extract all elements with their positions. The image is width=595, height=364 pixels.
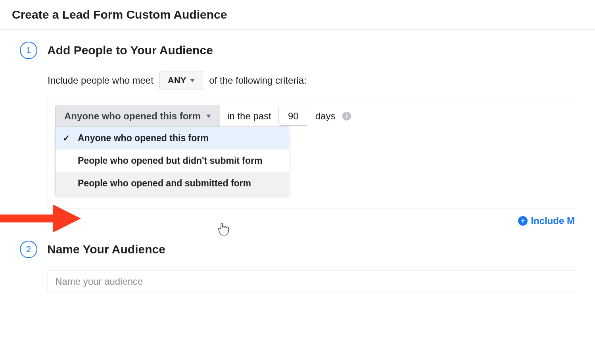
- svg-rect-0: [0, 215, 57, 222]
- caret-down-icon: [206, 115, 211, 118]
- step-1-header: 1 Add People to Your Audience: [20, 42, 575, 59]
- page-title: Create a Lead Form Custom Audience: [12, 8, 583, 21]
- audience-name-input[interactable]: [48, 270, 575, 293]
- dropdown-option-anyone-opened[interactable]: ✓ Anyone who opened this form: [56, 127, 289, 149]
- page-header: Create a Lead Form Custom Audience: [0, 0, 595, 30]
- dropdown-option-label: Anyone who opened this form: [78, 133, 209, 144]
- step-2-section: 2 Name Your Audience: [0, 217, 595, 301]
- match-mode-dropdown[interactable]: ANY: [159, 71, 203, 90]
- step-2-header: 2 Name Your Audience: [20, 241, 575, 258]
- svg-marker-1: [53, 205, 81, 232]
- include-more-button[interactable]: + Include M: [518, 215, 575, 226]
- dropdown-option-label: People who opened but didn't submit form: [78, 155, 262, 166]
- step-2-title: Name Your Audience: [47, 243, 165, 256]
- step-1-section: 1 Add People to Your Audience Include pe…: [0, 30, 595, 217]
- criteria-prefix-label: Include people who meet: [48, 75, 154, 86]
- include-more-label: Include M: [531, 215, 575, 226]
- criteria-suffix-label: of the following criteria:: [209, 75, 306, 86]
- in-past-label: in the past: [227, 111, 271, 122]
- caret-down-icon: [190, 79, 195, 82]
- days-input[interactable]: [278, 107, 308, 126]
- rule-row: Anyone who opened this form ✓ Anyone who…: [55, 105, 568, 127]
- rule-box: Anyone who opened this form ✓ Anyone who…: [48, 98, 575, 209]
- event-type-dropdown-menu: ✓ Anyone who opened this form People who…: [55, 126, 289, 195]
- step-1-number-circle: 1: [20, 42, 37, 59]
- annotation-arrow-icon: [0, 205, 81, 232]
- step-1-title: Add People to Your Audience: [47, 44, 213, 57]
- criteria-row: Include people who meet ANY of the follo…: [48, 71, 575, 90]
- info-icon[interactable]: i: [342, 112, 351, 121]
- dropdown-option-label: People who opened and submitted form: [78, 178, 251, 189]
- step-2-number-circle: 2: [20, 241, 37, 258]
- event-type-dropdown-trigger[interactable]: Anyone who opened this form ✓ Anyone who…: [55, 105, 220, 127]
- match-mode-label: ANY: [168, 75, 186, 86]
- dropdown-option-opened-submitted[interactable]: People who opened and submitted form: [56, 172, 289, 195]
- dropdown-option-opened-not-submitted[interactable]: People who opened but didn't submit form: [56, 149, 289, 172]
- check-icon: ✓: [63, 133, 75, 144]
- days-label: days: [315, 111, 336, 122]
- plus-circle-icon: +: [518, 216, 528, 226]
- event-type-selected-label: Anyone who opened this form: [64, 111, 201, 122]
